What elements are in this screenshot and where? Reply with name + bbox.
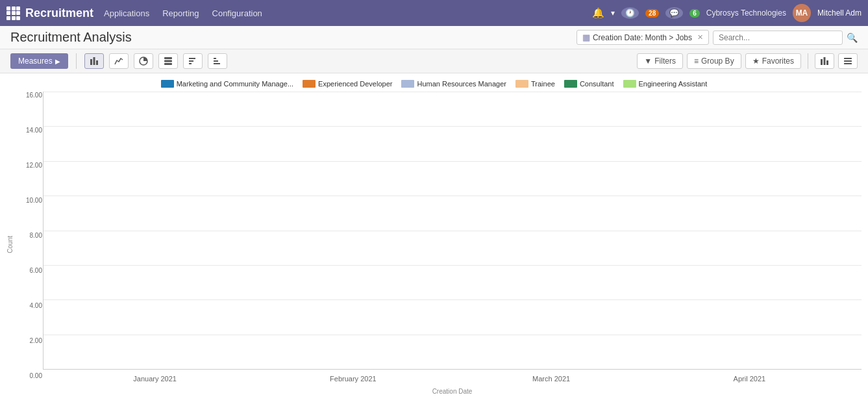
y-tick: 16.00 <box>26 92 42 99</box>
x-axis-title: Creation Date <box>43 388 862 398</box>
list-view-button[interactable] <box>838 53 858 69</box>
svg-rect-6 <box>164 63 172 65</box>
svg-rect-7 <box>189 63 192 64</box>
legend-color <box>161 80 174 88</box>
legend-item: Experienced Developer <box>303 80 392 88</box>
filter-tag: ▦ Creation Date: Month > Jobs ✕ <box>577 30 709 45</box>
stacked-chart-button[interactable] <box>158 53 178 69</box>
user-name: Mitchell Adm <box>817 8 862 18</box>
svg-rect-11 <box>214 60 218 62</box>
search-input[interactable] <box>713 31 843 45</box>
page-header: Recruitment Analysis ▦ Creation Date: Mo… <box>0 26 868 49</box>
menu-applications[interactable]: Applications <box>104 6 149 21</box>
line-chart-button[interactable] <box>109 53 129 69</box>
favorites-button[interactable]: ★ Favorites <box>745 53 801 69</box>
svg-rect-9 <box>189 58 195 59</box>
message-badge: 6 <box>689 9 700 18</box>
filter-icon: ▼ <box>644 57 652 66</box>
line-chart-icon <box>114 57 123 66</box>
filter-tag-text: Creation Date: Month > Jobs <box>593 33 692 42</box>
toolbar: Measures ▶ ▼ Filters ≡ Group <box>0 49 868 73</box>
asc-sort-button[interactable] <box>183 53 203 69</box>
groupby-label: Group By <box>701 57 734 66</box>
svg-rect-12 <box>214 63 220 64</box>
y-tick: 8.00 <box>30 232 42 239</box>
message-icon[interactable]: 💬 <box>665 7 683 19</box>
company-name: Cybrosys Technologies <box>706 8 786 18</box>
svg-rect-18 <box>844 63 852 64</box>
grid-icon <box>6 6 20 20</box>
chart-area: Marketing and Community Manage...Experie… <box>0 73 868 405</box>
toolbar-separator-2 <box>808 53 808 69</box>
legend-color <box>303 80 316 88</box>
bar-chart-button[interactable] <box>84 53 104 69</box>
asc-sort-icon <box>188 57 197 66</box>
legend-label: Human Resources Manager <box>417 80 506 88</box>
clock-icon[interactable]: 🕐 <box>621 7 639 19</box>
chart-legend: Marketing and Community Manage...Experie… <box>6 80 862 88</box>
groupby-icon: ≡ <box>694 57 699 66</box>
desc-sort-button[interactable] <box>208 53 227 69</box>
menu-configuration[interactable]: Configuration <box>212 6 262 21</box>
x-label: February 2021 <box>295 375 412 383</box>
grid-line <box>43 231 862 231</box>
list-view-icon <box>843 57 852 66</box>
star-icon: ★ <box>752 57 760 66</box>
filters-label: Filters <box>654 57 676 66</box>
legend-label: Experienced Developer <box>318 80 392 88</box>
y-axis: 16.0014.0012.0010.008.006.004.002.000.00 <box>15 92 46 398</box>
grid-line <box>43 265 862 266</box>
clock-badge: 28 <box>645 9 659 18</box>
grid-line <box>43 196 862 196</box>
menu-reporting[interactable]: Reporting <box>162 6 199 21</box>
avatar[interactable]: MA <box>793 4 811 22</box>
toolbar-separator <box>76 53 77 69</box>
topnav-right: 🔔 ▾ 🕐 28 💬 6 Cybrosys Technologies MA Mi… <box>592 4 862 22</box>
bell-icon[interactable]: 🔔 <box>592 7 604 19</box>
legend-color <box>564 80 577 88</box>
y-tick: 10.00 <box>26 197 42 204</box>
x-label: January 2021 <box>97 375 214 383</box>
legend-color <box>623 80 636 88</box>
svg-rect-13 <box>821 59 823 65</box>
stacked-chart-icon <box>164 57 173 66</box>
filter-tag-close[interactable]: ✕ <box>697 33 703 42</box>
bar-chart-icon <box>90 57 99 66</box>
chart-inner: January 2021February 2021March 2021April… <box>43 92 862 398</box>
search-icon[interactable]: 🔍 <box>847 32 858 43</box>
groupby-button[interactable]: ≡ Group By <box>687 53 741 69</box>
pie-chart-button[interactable] <box>134 53 153 69</box>
topnav: Recruitment Applications Reporting Confi… <box>0 0 868 26</box>
filter-tag-icon: ▦ <box>582 32 590 42</box>
grid-line <box>43 335 862 335</box>
legend-label: Consultant <box>580 80 614 88</box>
grid-area <box>43 92 862 370</box>
desc-sort-icon <box>213 57 222 66</box>
grid-line <box>43 299 862 300</box>
app-logo[interactable]: Recruitment <box>6 6 93 20</box>
y-tick: 2.00 <box>30 337 42 344</box>
page-title: Recruitment Analysis <box>10 30 132 45</box>
y-axis-label: Count <box>6 236 14 253</box>
filters-button[interactable]: ▼ Filters <box>637 53 683 69</box>
grid-line <box>43 92 862 92</box>
svg-rect-8 <box>189 60 193 62</box>
measures-button[interactable]: Measures ▶ <box>10 53 68 69</box>
measures-label: Measures <box>18 57 53 66</box>
pie-chart-icon <box>139 57 148 66</box>
toolbar-right: ▼ Filters ≡ Group By ★ Favorites <box>637 53 858 69</box>
x-labels: January 2021February 2021March 2021April… <box>43 370 862 388</box>
grid-line <box>43 126 862 127</box>
svg-rect-17 <box>844 60 852 62</box>
y-tick: 12.00 <box>26 162 42 169</box>
svg-rect-15 <box>826 60 828 65</box>
top-menu: Applications Reporting Configuration <box>104 6 582 21</box>
favorites-label: Favorites <box>762 57 794 66</box>
legend-item: Trainee <box>515 80 555 88</box>
legend-label: Marketing and Community Manage... <box>177 80 293 88</box>
filter-bar: ▦ Creation Date: Month > Jobs ✕ 🔍 <box>577 30 858 45</box>
bar-view-button[interactable] <box>815 53 834 69</box>
measures-arrow: ▶ <box>55 58 60 65</box>
legend-label: Engineering Assistant <box>639 80 708 88</box>
chart-container: Count 16.0014.0012.0010.008.006.004.002.… <box>6 92 862 398</box>
